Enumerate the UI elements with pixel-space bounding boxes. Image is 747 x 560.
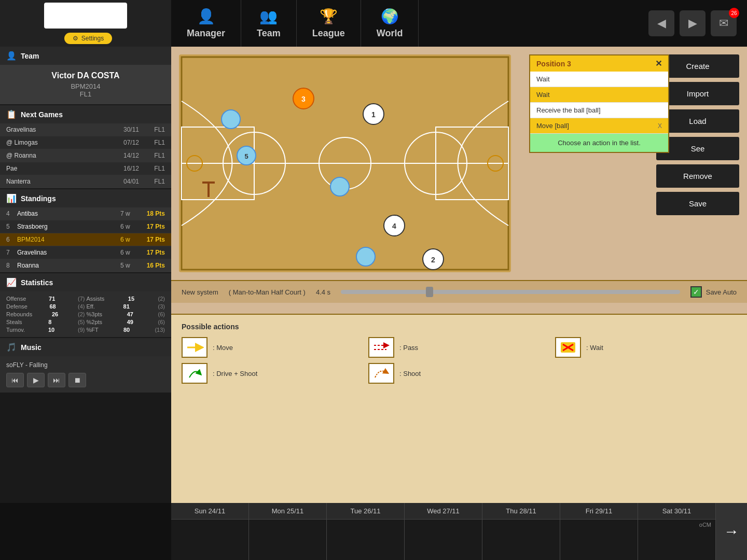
music-controls: ⏮ ▶ ⏭ ⏹: [6, 373, 165, 387]
player-name: Victor DA COSTA: [6, 71, 165, 80]
nav-world-label: World: [377, 28, 403, 39]
game-date: 30/11: [118, 126, 144, 133]
calendar-day-thu: Thu 28/11: [482, 503, 560, 560]
pass-label: : Pass: [399, 344, 418, 352]
action-move-label: Move [ball]: [536, 122, 569, 130]
calendar-day-body: [560, 520, 638, 560]
action-wait-1[interactable]: Wait: [530, 72, 668, 87]
game-row: Gravelinas 30/11 FL1: [0, 123, 171, 136]
pass-icon[interactable]: [368, 337, 394, 358]
calendar-days: Sun 24/11 Mon 25/11 Tue 26/11 Wed 27/11 …: [171, 503, 716, 560]
action-move-close[interactable]: X: [658, 122, 662, 130]
calendar-day-body: oCM: [638, 520, 715, 560]
calendar-day-fri: Fri 29/11: [560, 503, 638, 560]
music-label: Music: [21, 343, 42, 352]
logo: [44, 3, 127, 29]
action-list: Wait Wait Receive the ball [ball] Move […: [530, 72, 668, 134]
statistics-section: 📈 Statistics Offense 71 (7) Assists 15 (…: [0, 273, 171, 337]
standings-list: 4 Antibas 7 w 18 Pts 5 Strasboerg 6 w 17…: [0, 207, 171, 272]
move-icon[interactable]: [182, 337, 208, 358]
shoot-icon[interactable]: [368, 363, 394, 384]
standings-header: 📊 Standings: [0, 189, 171, 207]
save-auto-checkbox[interactable]: ✓: [690, 286, 702, 298]
calendar-day-sun: Sun 24/11: [171, 503, 249, 560]
court-container: 3 5 1 4: [179, 54, 511, 272]
save-button[interactable]: Save: [656, 192, 739, 215]
settings-button[interactable]: ⚙ Settings: [64, 33, 112, 44]
games-list: Gravelinas 30/11 FL1 @ Limogas 07/12 FL1…: [0, 123, 171, 188]
calendar-day-body: [327, 520, 404, 560]
drive-icon[interactable]: [182, 363, 208, 384]
stat-row: Eff. 81 (3): [87, 303, 165, 310]
game-team: @ Limogas: [6, 139, 118, 146]
nav-manager[interactable]: 👤 Manager: [171, 0, 241, 47]
team-header: 👤 Team: [0, 47, 171, 65]
calendar-day-header[interactable]: Thu 28/11: [482, 503, 560, 520]
wait-icon[interactable]: [555, 337, 581, 358]
stat-row: Steals 8 (5): [6, 319, 85, 325]
game-league: FL1: [144, 152, 165, 159]
team-section-icon: 👤: [6, 51, 17, 61]
standings-icon: 📊: [6, 193, 17, 203]
team-section: 👤 Team Victor DA COSTA BPM2014 FL1: [0, 47, 171, 104]
standing-pos: 6: [6, 236, 14, 243]
action-wait-2[interactable]: Wait: [530, 87, 668, 103]
svg-point-17: [330, 177, 349, 196]
calendar-day-mon: Mon 25/11: [249, 503, 327, 560]
standing-pos: 4: [6, 210, 14, 217]
mail-button[interactable]: ✉ 26: [711, 10, 737, 36]
music-track: soFLY - Falling: [6, 361, 165, 369]
stat-row: Offense 71 (7): [6, 296, 85, 302]
slider-thumb[interactable]: [426, 287, 433, 297]
next-button[interactable]: ⏭: [48, 373, 65, 387]
position-title: Position 3 ✕: [530, 55, 668, 72]
system-mode: ( Man-to-Man Half Court ): [229, 288, 306, 296]
standing-wins: 6 w: [120, 236, 136, 243]
calendar-day-header[interactable]: Tue 26/11: [327, 503, 404, 520]
system-label: New system: [182, 288, 218, 296]
stat-row: %3pts 47 (6): [87, 311, 165, 317]
nav-world[interactable]: 🌍 World: [361, 0, 419, 47]
calendar-next-button[interactable]: →: [716, 503, 747, 560]
standing-row: 5 Strasboerg 6 w 17 Pts: [0, 220, 171, 233]
remove-button[interactable]: Remove: [656, 164, 739, 188]
prev-button[interactable]: ⏮: [6, 373, 24, 387]
calendar-day-header[interactable]: Mon 25/11: [249, 503, 326, 520]
position-title-text: Position 3: [536, 60, 571, 68]
calendar-day-header[interactable]: Fri 29/11: [560, 503, 638, 520]
stop-button[interactable]: ⏹: [68, 373, 86, 387]
back-button[interactable]: ◀: [648, 10, 674, 36]
calendar-day-header[interactable]: Wed 27/11: [405, 503, 482, 520]
calendar-day-header[interactable]: Sat 30/11: [638, 503, 715, 520]
standing-pts: 18 Pts: [139, 210, 165, 217]
game-league: FL1: [144, 178, 165, 185]
system-bar: New system ( Man-to-Man Half Court ) 4.4…: [171, 280, 747, 303]
nav-team[interactable]: 👥 Team: [241, 0, 297, 47]
game-team: @ Roanna: [6, 152, 118, 159]
stat-row: Defense 68 (4): [6, 303, 85, 310]
position-close-button[interactable]: ✕: [655, 59, 662, 68]
nav-league-label: League: [312, 28, 345, 39]
svg-point-12: [222, 110, 240, 129]
standing-pts: 17 Pts: [139, 249, 165, 256]
stat-row: %FT 80 (13): [87, 327, 165, 333]
game-row: @ Roanna 14/12 FL1: [0, 149, 171, 162]
calendar-day-header[interactable]: Sun 24/11: [171, 503, 248, 520]
action-drive-tile: : Drive + Shoot: [182, 363, 363, 384]
play-button[interactable]: ▶: [27, 373, 45, 387]
action-move[interactable]: Move [ball] X: [530, 118, 668, 134]
time-slider[interactable]: [341, 290, 680, 294]
game-team: Nanterra: [6, 178, 118, 185]
game-team: Pae: [6, 165, 118, 172]
standing-row: 7 Gravelinas 6 w 17 Pts: [0, 246, 171, 259]
possible-actions-panel: Possible actions : Move: [171, 314, 747, 503]
left-sidebar: 👤 Team Victor DA COSTA BPM2014 FL1 📋 Nex…: [0, 47, 171, 503]
forward-button[interactable]: ▶: [680, 10, 706, 36]
stat-row: %2pts 49 (6): [87, 319, 165, 325]
standing-wins: 5 w: [120, 262, 136, 269]
action-receive[interactable]: Receive the ball [ball]: [530, 103, 668, 118]
nav-league[interactable]: 🏆 League: [297, 0, 361, 47]
league-code: FL1: [6, 90, 165, 98]
basketball-court: 3 5 1 4: [179, 54, 511, 272]
settings-icon: ⚙: [73, 35, 78, 42]
